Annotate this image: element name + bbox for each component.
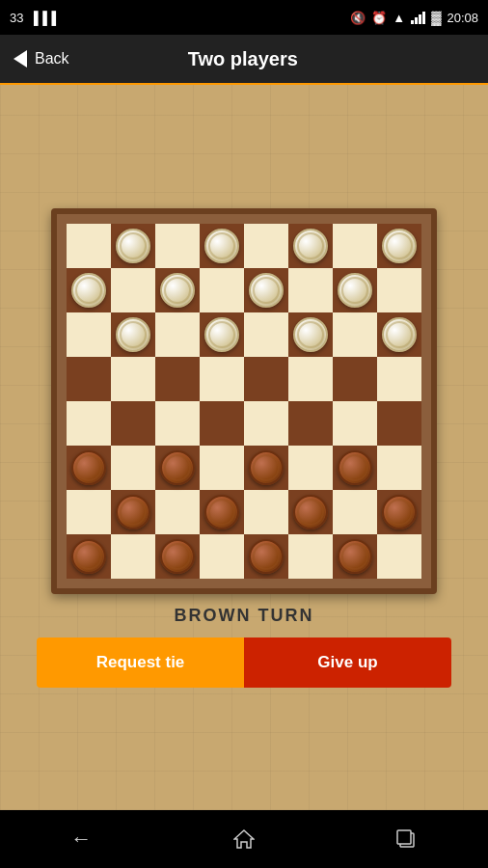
- cell-1-2[interactable]: [155, 268, 200, 312]
- brown-piece[interactable]: [71, 539, 106, 574]
- brown-piece[interactable]: [249, 450, 284, 485]
- white-piece[interactable]: [160, 273, 195, 308]
- cell-1-4[interactable]: [244, 268, 288, 312]
- white-piece[interactable]: [338, 273, 372, 308]
- brown-piece[interactable]: [71, 450, 106, 485]
- brown-piece[interactable]: [160, 539, 195, 574]
- cell-2-5[interactable]: [288, 312, 333, 357]
- cell-5-1[interactable]: [111, 446, 155, 490]
- cell-5-2[interactable]: [155, 446, 200, 490]
- white-piece[interactable]: [204, 317, 239, 352]
- cell-0-5[interactable]: [288, 224, 333, 268]
- cell-6-0[interactable]: [67, 490, 111, 534]
- alarm-icon: ⏰: [371, 11, 387, 25]
- cell-2-2[interactable]: [155, 312, 200, 357]
- cell-1-6[interactable]: [333, 268, 377, 312]
- cell-4-5[interactable]: [288, 401, 333, 446]
- cell-2-1[interactable]: [111, 312, 155, 357]
- cell-6-5[interactable]: [288, 490, 333, 534]
- back-button[interactable]: Back: [14, 50, 69, 68]
- cell-7-4[interactable]: [244, 534, 288, 579]
- cell-0-4[interactable]: [244, 224, 288, 268]
- wifi-icon: ▲: [393, 11, 405, 25]
- nav-back-button[interactable]: ←: [70, 827, 92, 852]
- cell-4-6[interactable]: [333, 401, 377, 446]
- brown-piece[interactable]: [116, 495, 150, 529]
- brown-piece[interactable]: [160, 450, 195, 485]
- cell-6-2[interactable]: [155, 490, 200, 534]
- cell-0-6[interactable]: [333, 224, 377, 268]
- cell-0-0[interactable]: [67, 224, 111, 268]
- cell-6-6[interactable]: [333, 490, 377, 534]
- white-piece[interactable]: [382, 317, 417, 352]
- cell-6-3[interactable]: [200, 490, 244, 534]
- cell-7-3[interactable]: [200, 534, 244, 579]
- nav-recent-button[interactable]: [396, 829, 418, 849]
- cell-7-5[interactable]: [288, 534, 333, 579]
- brown-piece[interactable]: [204, 495, 239, 529]
- brown-piece[interactable]: [293, 495, 328, 529]
- cell-1-5[interactable]: [288, 268, 333, 312]
- cell-1-3[interactable]: [200, 268, 244, 312]
- white-piece[interactable]: [249, 273, 284, 308]
- cell-5-6[interactable]: [333, 446, 377, 490]
- cell-4-3[interactable]: [200, 401, 244, 446]
- white-piece[interactable]: [293, 229, 328, 263]
- white-piece[interactable]: [204, 229, 239, 263]
- cell-7-1[interactable]: [111, 534, 155, 579]
- brown-piece[interactable]: [249, 539, 284, 574]
- cell-7-0[interactable]: [67, 534, 111, 579]
- cell-4-7[interactable]: [377, 401, 421, 446]
- cell-1-1[interactable]: [111, 268, 155, 312]
- nav-home-button[interactable]: [233, 828, 255, 850]
- cell-1-7[interactable]: [377, 268, 421, 312]
- cell-2-7[interactable]: [377, 312, 421, 357]
- white-piece[interactable]: [116, 229, 150, 263]
- cell-5-7[interactable]: [377, 446, 421, 490]
- cell-4-1[interactable]: [111, 401, 155, 446]
- cell-3-4[interactable]: [244, 357, 288, 401]
- cell-0-7[interactable]: [377, 224, 421, 268]
- brown-piece[interactable]: [382, 495, 417, 529]
- cell-7-6[interactable]: [333, 534, 377, 579]
- cell-2-3[interactable]: [200, 312, 244, 357]
- give-up-button[interactable]: Give up: [244, 637, 451, 688]
- main-content: BROWN TURN Request tie Give up: [0, 85, 488, 810]
- brown-piece[interactable]: [338, 450, 372, 485]
- navigation-bar: ←: [0, 810, 488, 868]
- cell-5-3[interactable]: [200, 446, 244, 490]
- cell-2-4[interactable]: [244, 312, 288, 357]
- white-piece[interactable]: [71, 273, 106, 308]
- page-title: Two players: [69, 48, 417, 70]
- cell-0-1[interactable]: [111, 224, 155, 268]
- cell-6-1[interactable]: [111, 490, 155, 534]
- cell-5-5[interactable]: [288, 446, 333, 490]
- cell-6-7[interactable]: [377, 490, 421, 534]
- cell-0-3[interactable]: [200, 224, 244, 268]
- white-piece[interactable]: [382, 229, 417, 263]
- cell-1-0[interactable]: [67, 268, 111, 312]
- white-piece[interactable]: [293, 317, 328, 352]
- cell-0-2[interactable]: [155, 224, 200, 268]
- cell-3-3[interactable]: [200, 357, 244, 401]
- cell-4-0[interactable]: [67, 401, 111, 446]
- cell-3-5[interactable]: [288, 357, 333, 401]
- checkers-board[interactable]: [67, 224, 421, 579]
- cell-3-1[interactable]: [111, 357, 155, 401]
- cell-3-7[interactable]: [377, 357, 421, 401]
- white-piece[interactable]: [116, 317, 150, 352]
- brown-piece[interactable]: [338, 539, 372, 574]
- cell-7-7[interactable]: [377, 534, 421, 579]
- cell-5-0[interactable]: [67, 446, 111, 490]
- cell-4-4[interactable]: [244, 401, 288, 446]
- cell-5-4[interactable]: [244, 446, 288, 490]
- cell-2-6[interactable]: [333, 312, 377, 357]
- cell-3-0[interactable]: [67, 357, 111, 401]
- cell-7-2[interactable]: [155, 534, 200, 579]
- cell-2-0[interactable]: [67, 312, 111, 357]
- cell-4-2[interactable]: [155, 401, 200, 446]
- cell-3-6[interactable]: [333, 357, 377, 401]
- cell-6-4[interactable]: [244, 490, 288, 534]
- cell-3-2[interactable]: [155, 357, 200, 401]
- request-tie-button[interactable]: Request tie: [37, 637, 244, 688]
